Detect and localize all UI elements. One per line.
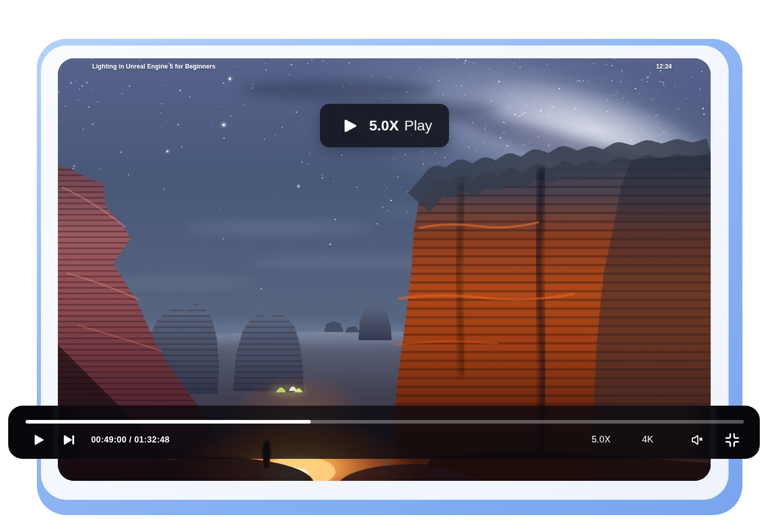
exit-fullscreen-button[interactable] [722,431,742,449]
progress-bar[interactable] [26,420,744,424]
play-button[interactable] [30,432,47,448]
play-icon [32,434,45,446]
progress-fill [26,420,311,424]
video-clock: 12:24 [656,63,672,70]
overlay-speed-value: 5.0X [369,119,399,133]
time-display: 00:49:00 / 01:32:48 [91,431,169,448]
mute-button[interactable] [687,432,708,448]
page-background: Lighting in Unreal Engine 5 for Beginner… [0,0,768,532]
skip-next-icon [62,434,75,446]
next-button[interactable] [59,432,78,448]
quality-button[interactable]: 4K [629,431,667,448]
play-icon [344,119,357,133]
speed-button[interactable]: 5.0X [581,431,622,448]
volume-muted-icon [690,433,705,447]
overlay-action-label: Play [404,119,432,133]
playback-speed-overlay[interactable]: 5.0X Play [320,104,449,147]
player-controls: 00:49:00 / 01:32:48 5.0X 4K [8,406,760,459]
exit-fullscreen-icon [724,432,740,448]
video-title: Lighting in Unreal Engine 5 for Beginner… [92,63,216,70]
overlay-text: 5.0X Play [369,119,432,133]
